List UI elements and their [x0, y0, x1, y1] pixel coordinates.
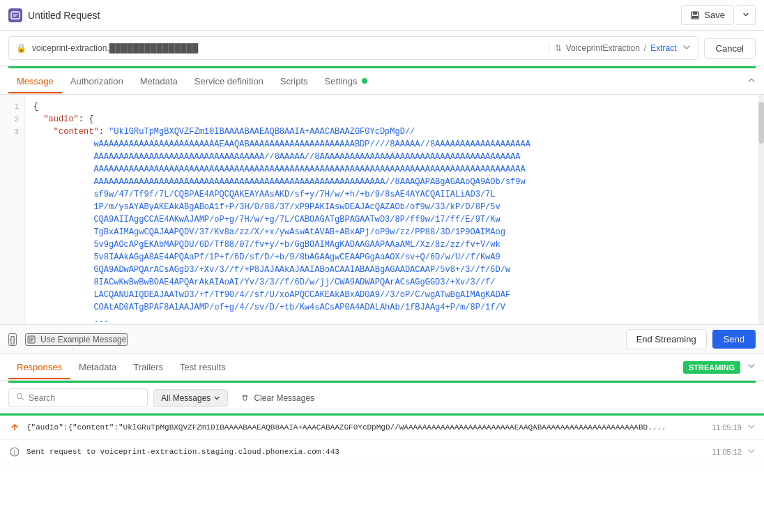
code-line-18: ...	[33, 314, 756, 324]
code-toolbar: {} Use Example Message End Streaming Sen…	[0, 325, 764, 354]
separator: /	[644, 43, 646, 53]
message-content-1: {"audio":{"content":"UklGRuTpMgBXQVZFZm1…	[26, 423, 706, 432]
code-content[interactable]: { "audio": { "content": "UklGRuTpMgBXQVZ…	[25, 95, 764, 324]
code-line-12: 5v9gAOcAPgEKAbMAPQDU/6D/Tf88/07/fv+y/+b/…	[33, 238, 756, 251]
header: Untitled Request Save	[0, 0, 764, 31]
scrollbar[interactable]	[758, 95, 764, 324]
rtab-responses[interactable]: Responses	[8, 356, 70, 379]
all-messages-label: All Messages	[161, 393, 211, 403]
send-button[interactable]: Send	[712, 330, 756, 349]
braces-icon: {}	[10, 335, 15, 344]
code-line-15: 8IACwKwBwBwBOAE4APQArAkAIAoAI/Yv/3/3//f/…	[33, 276, 756, 289]
search-input-wrap[interactable]	[8, 388, 148, 407]
all-messages-button[interactable]: All Messages	[153, 389, 228, 407]
request-tabs: Message Authorization Metadata Service d…	[0, 68, 764, 95]
streaming-badge: STREAMING	[683, 361, 740, 374]
svg-rect-0	[11, 12, 20, 19]
code-line-13: 5v8IAAkAGgA8AE4APQAaPf/1P+f/6D/sf/D/+b/9…	[33, 251, 756, 264]
tab-metadata[interactable]: Metadata	[132, 70, 186, 93]
line-numbers: 1 2 3	[0, 95, 25, 324]
code-line-9: 1P/m/ysAYAByAKEAkABgABoA1f+P/3H/0/88/37/…	[33, 201, 756, 213]
scrollbar-thumb[interactable]	[758, 102, 764, 144]
app-icon	[8, 8, 22, 22]
message-expand-icon-2[interactable]	[747, 447, 756, 457]
messages-area: {"audio":{"content":"UklGRuTpMgBXQVZFZm1…	[0, 413, 764, 464]
code-line-4: wAAAAAAAAAAAAAAAAAAAAAAAAEAAQABAAAAAAAAA…	[33, 138, 756, 151]
page-title: Untitled Request	[28, 10, 100, 21]
code-line-1: {	[33, 100, 756, 113]
message-content-2: Sent request to voiceprint-extraction.st…	[26, 448, 706, 456]
code-line-2: "audio": {	[33, 113, 756, 126]
use-example-button[interactable]: Use Example Message	[25, 333, 128, 346]
example-label: Use Example Message	[40, 335, 126, 344]
rtab-metadata[interactable]: Metadata	[70, 356, 125, 379]
message-info-icon	[8, 446, 21, 458]
tabs-collapse-icon[interactable]	[747, 76, 756, 86]
response-dropdown-icon[interactable]	[747, 362, 756, 372]
code-line-10: CQA9AIIAggCCAE4AKwAJAMP/oP+g/7H/w/+g/7L/…	[33, 213, 756, 226]
search-icon	[16, 393, 24, 403]
toolbar-left: {} Use Example Message	[8, 333, 128, 346]
code-line-14: GQA9ADwAPQArACsAGgD3/+Xv/3//f/+P8JAJAAkA…	[33, 264, 756, 276]
toolbar-right: End Streaming Send	[626, 329, 756, 349]
clear-messages-label: Clear Messages	[254, 393, 314, 403]
search-bar: All Messages Clear Messages	[0, 383, 764, 413]
svg-point-5	[17, 394, 22, 399]
trash-icon	[240, 393, 250, 402]
format-button[interactable]: {}	[8, 333, 17, 346]
message-row-outgoing[interactable]: {"audio":{"content":"UklGRuTpMgBXQVZFZm1…	[0, 416, 764, 440]
arrow-icon: ⇅	[555, 43, 562, 53]
svg-point-7	[14, 449, 15, 450]
code-editor[interactable]: 1 2 3 { "audio": { "content": "UklGRuTpM…	[0, 95, 764, 325]
code-line-8: sf9w/47/Tf9f/7L/CQBPAE4APQCQAKEAYAAsAKD/…	[33, 188, 756, 201]
code-line-5: AAAAAAAAAAAAAAAAAAAAAAAAAAAAAAAAAA//8AAA…	[33, 151, 756, 163]
tab-service-definition[interactable]: Service definition	[186, 70, 272, 93]
rtab-trailers[interactable]: Trailers	[125, 356, 171, 379]
url-text: voiceprint-extraction.███████████████	[32, 43, 543, 53]
code-line-11: TgBxAIMAgwCQAJAAPQDV/37/Kv8a/zz/X/+x/ywA…	[33, 226, 756, 238]
code-line-7: AAAAAAAAAAAAAAAAAAAAAAAAAAAAAAAAAAAAAAAA…	[33, 176, 756, 188]
url-bar: 🔒 voiceprint-extraction.███████████████ …	[0, 31, 764, 66]
header-right: Save	[681, 5, 756, 25]
tab-message[interactable]: Message	[8, 70, 62, 93]
code-line-17: COAtAD0ATgBPAF8AlAAJAMP/of+g/4//sv/D/+tb…	[33, 301, 756, 314]
url-input[interactable]: 🔒 voiceprint-extraction.███████████████ …	[8, 36, 698, 60]
rtab-test-results[interactable]: Test results	[171, 356, 234, 379]
message-up-icon	[8, 421, 21, 434]
search-input[interactable]	[29, 393, 133, 403]
clear-messages-button[interactable]: Clear Messages	[234, 390, 321, 406]
tab-authorization[interactable]: Authorization	[62, 70, 132, 93]
example-icon	[26, 335, 36, 344]
save-dropdown-button[interactable]	[737, 5, 756, 25]
cancel-button[interactable]: Cancel	[704, 38, 756, 59]
url-chevron-icon	[682, 43, 691, 54]
all-messages-chevron	[213, 395, 220, 402]
url-method: ⇅ VoiceprintExtraction / Extract	[549, 43, 677, 53]
end-streaming-button[interactable]: End Streaming	[626, 329, 707, 349]
streaming-area: STREAMING	[683, 361, 756, 374]
lock-icon: 🔒	[16, 43, 26, 53]
chevron-down-icon	[742, 11, 749, 18]
tab-scripts[interactable]: Scripts	[272, 70, 316, 93]
response-tabs: Responses Metadata Trailers Test results…	[0, 354, 764, 381]
grpc-method: VoiceprintExtraction	[566, 43, 640, 53]
save-icon	[690, 10, 700, 20]
tab-settings[interactable]: Settings	[316, 70, 376, 93]
code-line-3: "content": "UklGRuTpMgBXQVZFZm10IBAAAABA…	[33, 126, 756, 138]
message-time-2: 11:05:12	[712, 448, 742, 456]
message-row-info[interactable]: Sent request to voiceprint-extraction.st…	[0, 440, 764, 464]
save-label: Save	[704, 10, 725, 20]
header-left: Untitled Request	[8, 8, 100, 22]
message-expand-icon-1[interactable]	[747, 423, 756, 433]
message-time-1: 11:05:19	[712, 423, 742, 432]
save-button[interactable]: Save	[681, 5, 734, 25]
svg-rect-3	[692, 16, 698, 18]
settings-active-dot	[362, 78, 367, 84]
grpc-path: Extract	[650, 43, 676, 53]
svg-rect-2	[693, 12, 697, 15]
code-line-6: AAAAAAAAAAAAAAAAAAAAAAAAAAAAAAAAAAAAAAAA…	[33, 163, 756, 176]
code-line-16: LACQANUAIQDEAJAATwD3/+f/Tf90/4//sf/U/xoA…	[33, 289, 756, 301]
